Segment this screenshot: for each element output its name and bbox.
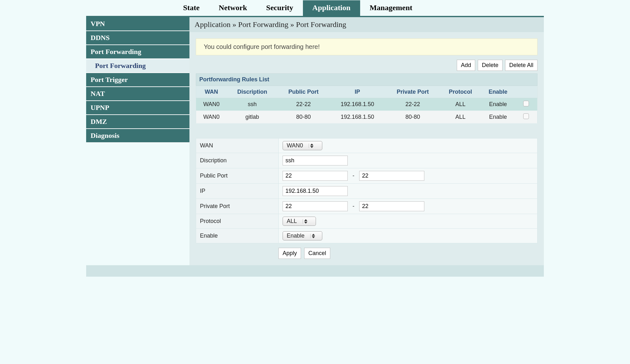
label-desc: Discription	[196, 153, 279, 168]
row-select-checkbox[interactable]	[523, 113, 529, 119]
add-button[interactable]: Add	[457, 60, 475, 71]
cell-wan: WAN0	[196, 98, 227, 111]
chevron-updown-icon	[310, 234, 316, 238]
protocol-select[interactable]: ALL	[283, 217, 316, 226]
field-private: -	[279, 199, 538, 214]
form-action-row: Apply Cancel	[196, 248, 538, 259]
sidebar-item-diagnosis[interactable]: Diagnosis	[86, 129, 189, 143]
top-tabs: State Network Security Application Manag…	[86, 0, 544, 16]
footer-bar	[86, 265, 544, 277]
col-select	[515, 86, 538, 98]
sidebar-item-dmz[interactable]: DMZ	[86, 115, 189, 129]
range-separator: -	[353, 203, 354, 209]
label-protocol: Protocol	[196, 214, 279, 229]
tab-management[interactable]: Management	[360, 0, 422, 16]
delete-all-button[interactable]: Delete All	[505, 60, 538, 71]
cell-wan: WAN0	[196, 111, 227, 124]
rules-header-row: WAN Discription Public Port IP Private P…	[196, 86, 538, 98]
cell-select	[515, 111, 538, 124]
row-select-checkbox[interactable]	[523, 101, 529, 106]
table-row[interactable]: WAN0 ssh 22-22 192.168.1.50 22-22 ALL En…	[196, 98, 538, 111]
rules-list-title: Portforwarding Rules List	[196, 73, 538, 86]
content: You could configure port forwarding here…	[189, 32, 544, 265]
table-row[interactable]: WAN0 gitlab 80-80 192.168.1.50 80-80 ALL…	[196, 111, 538, 124]
cell-select	[515, 98, 538, 111]
sidebar-item-ddns[interactable]: DDNS	[86, 31, 189, 45]
private-port-end-input[interactable]	[359, 201, 424, 211]
col-wan: WAN	[196, 86, 227, 98]
edit-form: WAN WAN0 Discription	[196, 138, 538, 243]
field-desc	[279, 153, 538, 168]
apply-button[interactable]: Apply	[278, 248, 301, 259]
cell-private: 22-22	[386, 98, 440, 111]
sidebar-item-vpn[interactable]: VPN	[86, 17, 189, 31]
sidebar: VPN DDNS Port Forwarding Port Forwarding…	[86, 17, 189, 265]
label-wan: WAN	[196, 138, 279, 153]
cell-desc: ssh	[227, 98, 278, 111]
chevron-updown-icon	[303, 219, 309, 224]
col-protocol: Protocol	[440, 86, 481, 98]
tab-network[interactable]: Network	[209, 0, 257, 16]
protocol-select-value: ALL	[287, 218, 303, 225]
wan-select[interactable]: WAN0	[283, 141, 322, 150]
cell-ip: 192.168.1.50	[329, 98, 386, 111]
tab-application[interactable]: Application	[303, 0, 360, 16]
sidebar-item-upnp[interactable]: UPNP	[86, 101, 189, 115]
public-port-end-input[interactable]	[359, 171, 424, 181]
cell-enable: Enable	[481, 111, 515, 124]
sidebar-subitem-port-forwarding[interactable]: Port Forwarding	[86, 59, 189, 73]
cell-enable: Enable	[481, 98, 515, 111]
action-button-row: Add Delete Delete All	[196, 60, 538, 71]
sidebar-item-port-trigger[interactable]: Port Trigger	[86, 73, 189, 87]
wan-select-value: WAN0	[287, 142, 309, 149]
layout: VPN DDNS Port Forwarding Port Forwarding…	[86, 17, 544, 265]
cancel-button[interactable]: Cancel	[304, 248, 330, 259]
sidebar-item-nat[interactable]: NAT	[86, 87, 189, 101]
cell-ip: 192.168.1.50	[329, 111, 386, 124]
col-desc: Discription	[227, 86, 278, 98]
field-public: -	[279, 168, 538, 184]
rules-table: WAN Discription Public Port IP Private P…	[196, 86, 538, 124]
tab-state[interactable]: State	[174, 0, 209, 16]
enable-select-value: Enable	[287, 233, 310, 239]
cell-protocol: ALL	[440, 111, 481, 124]
tab-security[interactable]: Security	[257, 0, 303, 16]
app-root: State Network Security Application Manag…	[86, 0, 544, 277]
label-public: Public Port	[196, 168, 279, 184]
private-port-start-input[interactable]	[283, 201, 348, 211]
cell-public: 80-80	[278, 111, 329, 124]
sidebar-item-port-forwarding[interactable]: Port Forwarding	[86, 45, 189, 59]
range-separator: -	[353, 172, 354, 179]
description-input[interactable]	[283, 156, 348, 165]
breadcrumb: Application » Port Forwarding » Port For…	[189, 17, 544, 32]
label-private: Private Port	[196, 199, 279, 214]
field-protocol: ALL	[279, 214, 538, 229]
col-public: Public Port	[278, 86, 329, 98]
enable-select[interactable]: Enable	[283, 231, 322, 240]
field-ip	[279, 184, 538, 199]
delete-button[interactable]: Delete	[478, 60, 503, 71]
cell-desc: gitlab	[227, 111, 278, 124]
cell-public: 22-22	[278, 98, 329, 111]
field-wan: WAN0	[279, 138, 538, 153]
cell-private: 80-80	[386, 111, 440, 124]
notice-banner: You could configure port forwarding here…	[196, 38, 538, 55]
col-enable: Enable	[481, 86, 515, 98]
col-ip: IP	[329, 86, 386, 98]
ip-input[interactable]	[283, 186, 348, 196]
chevron-updown-icon	[309, 144, 315, 148]
label-enable: Enable	[196, 229, 279, 243]
label-ip: IP	[196, 184, 279, 199]
public-port-start-input[interactable]	[283, 171, 348, 181]
main: Application » Port Forwarding » Port For…	[189, 17, 544, 265]
field-enable: Enable	[279, 229, 538, 243]
cell-protocol: ALL	[440, 98, 481, 111]
col-private: Private Port	[386, 86, 440, 98]
